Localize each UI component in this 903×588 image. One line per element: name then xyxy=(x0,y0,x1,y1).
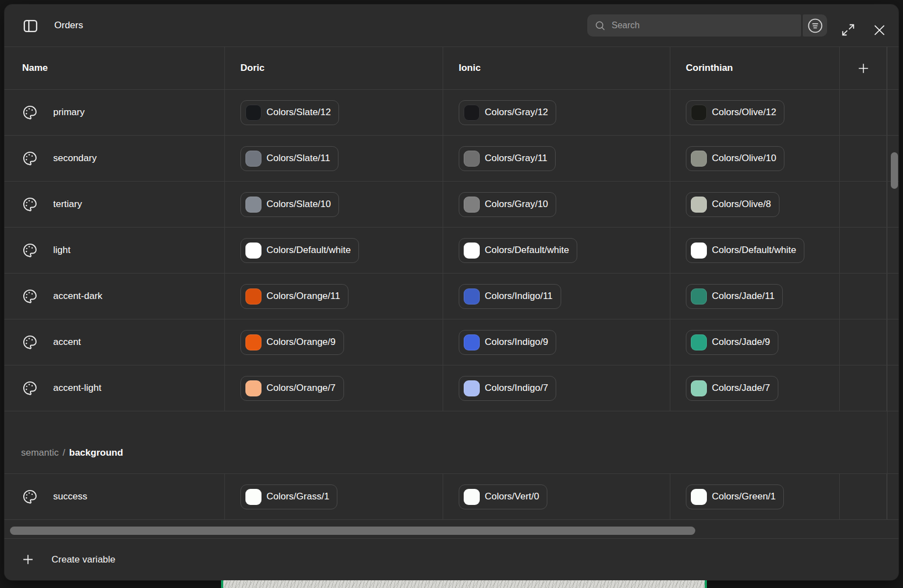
search-input[interactable] xyxy=(612,20,772,30)
table-row[interactable]: primary Colors/Slate/12 Colors/Gray/12 C… xyxy=(4,90,899,136)
variable-name: accent-dark xyxy=(53,291,102,302)
alias-label: Colors/Indigo/9 xyxy=(485,337,548,348)
section-prefix: semantic xyxy=(21,447,59,458)
variable-name: secondary xyxy=(53,153,96,164)
color-swatch xyxy=(464,380,480,396)
variable-name-cell[interactable]: primary xyxy=(4,90,225,135)
variable-alias-chip[interactable]: Colors/Default/white xyxy=(686,238,804,263)
filter-button[interactable] xyxy=(803,14,827,37)
variable-alias-chip[interactable]: Colors/Slate/10 xyxy=(240,192,339,217)
create-variable-button[interactable]: Create variable xyxy=(4,538,899,580)
table-row[interactable]: light Colors/Default/white Colors/Defaul… xyxy=(4,228,899,274)
variable-name: accent xyxy=(53,337,81,348)
column-header-ionic[interactable]: Ionic xyxy=(459,63,481,74)
variable-alias-chip[interactable]: Colors/Default/white xyxy=(240,238,359,263)
palette-icon xyxy=(22,197,38,212)
variable-name-cell[interactable]: secondary xyxy=(4,136,225,181)
value-cell-ionic[interactable]: Colors/Gray/10 xyxy=(443,182,670,227)
variable-name-cell[interactable]: accent-light xyxy=(4,365,225,411)
empty-add-column-cell xyxy=(840,365,887,411)
variable-alias-chip[interactable]: Colors/Vert/0 xyxy=(459,484,547,509)
variable-alias-chip[interactable]: Colors/Gray/12 xyxy=(459,100,556,125)
variable-alias-chip[interactable]: Colors/Jade/11 xyxy=(686,284,783,309)
variable-alias-chip[interactable]: Colors/Gray/11 xyxy=(459,146,556,171)
variable-alias-chip[interactable]: Colors/Orange/11 xyxy=(240,284,348,309)
value-cell-corinthian[interactable]: Colors/Jade/9 xyxy=(670,319,840,365)
table-row[interactable]: secondary Colors/Slate/11 Colors/Gray/11… xyxy=(4,136,899,182)
variable-alias-chip[interactable]: Colors/Olive/12 xyxy=(686,100,784,125)
value-cell-ionic[interactable]: Colors/Indigo/9 xyxy=(443,319,670,365)
value-cell-corinthian[interactable]: Colors/Jade/11 xyxy=(670,274,840,319)
color-swatch xyxy=(245,197,261,213)
variable-alias-chip[interactable]: Colors/Indigo/7 xyxy=(459,376,556,401)
palette-icon xyxy=(22,380,38,396)
value-cell-corinthian[interactable]: Colors/Jade/7 xyxy=(670,365,840,411)
value-cell-doric[interactable]: Colors/Slate/10 xyxy=(225,182,443,227)
horizontal-scrollbar[interactable] xyxy=(10,527,695,535)
table-row[interactable]: accent Colors/Orange/9 Colors/Indigo/9 C… xyxy=(4,319,899,365)
table-row[interactable]: accent-dark Colors/Orange/11 Colors/Indi… xyxy=(4,274,899,319)
table-row[interactable]: success Colors/Grass/1 Colors/Vert/0 Col… xyxy=(4,474,899,520)
variable-alias-chip[interactable]: Colors/Gray/10 xyxy=(459,192,556,217)
color-swatch xyxy=(245,243,261,259)
variable-alias-chip[interactable]: Colors/Green/1 xyxy=(686,484,784,509)
variable-alias-chip[interactable]: Colors/Orange/7 xyxy=(240,376,344,401)
value-cell-doric[interactable]: Colors/Default/white xyxy=(225,228,443,273)
variable-name-cell[interactable]: light xyxy=(4,228,225,273)
value-cell-doric[interactable]: Colors/Orange/11 xyxy=(225,274,443,319)
value-cell-ionic[interactable]: Colors/Default/white xyxy=(443,228,670,273)
close-button[interactable] xyxy=(871,22,887,38)
variable-name-cell[interactable]: tertiary xyxy=(4,182,225,227)
add-mode-button[interactable] xyxy=(854,59,873,78)
variable-alias-chip[interactable]: Colors/Olive/8 xyxy=(686,192,779,217)
empty-add-column-cell xyxy=(840,136,887,181)
palette-icon xyxy=(22,489,38,504)
palette-icon xyxy=(22,288,38,304)
vertical-scrollbar[interactable] xyxy=(891,152,898,189)
variable-alias-chip[interactable]: Colors/Olive/10 xyxy=(686,146,784,171)
value-cell-doric[interactable]: Colors/Orange/9 xyxy=(225,319,443,365)
variable-alias-chip[interactable]: Colors/Jade/9 xyxy=(686,330,778,355)
value-cell-doric[interactable]: Colors/Orange/7 xyxy=(225,365,443,411)
value-cell-corinthian[interactable]: Colors/Olive/8 xyxy=(670,182,840,227)
value-cell-ionic[interactable]: Colors/Gray/12 xyxy=(443,90,670,135)
column-header-corinthian[interactable]: Corinthian xyxy=(686,63,733,74)
sidebar-toggle-button[interactable] xyxy=(21,17,40,35)
table-row[interactable]: tertiary Colors/Slate/10 Colors/Gray/10 … xyxy=(4,182,899,228)
variable-alias-chip[interactable]: Colors/Orange/9 xyxy=(240,330,344,355)
expand-button[interactable] xyxy=(840,22,856,38)
value-cell-doric[interactable]: Colors/Slate/12 xyxy=(225,90,443,135)
search-box[interactable] xyxy=(587,14,801,37)
variable-alias-chip[interactable]: Colors/Indigo/9 xyxy=(459,330,556,355)
variable-name-cell[interactable]: accent-dark xyxy=(4,274,225,319)
value-cell-ionic[interactable]: Colors/Vert/0 xyxy=(443,474,670,519)
alias-label: Colors/Olive/12 xyxy=(712,107,776,118)
value-cell-ionic[interactable]: Colors/Gray/11 xyxy=(443,136,670,181)
variables-panel: Orders Name Doric Ionic xyxy=(4,4,899,580)
column-header-doric[interactable]: Doric xyxy=(240,63,264,74)
table-row[interactable]: accent-light Colors/Orange/7 Colors/Indi… xyxy=(4,365,899,411)
value-cell-doric[interactable]: Colors/Grass/1 xyxy=(225,474,443,519)
variable-alias-chip[interactable]: Colors/Slate/12 xyxy=(240,100,339,125)
variable-alias-chip[interactable]: Colors/Grass/1 xyxy=(240,484,337,509)
variable-alias-chip[interactable]: Colors/Jade/7 xyxy=(686,376,778,401)
palette-icon xyxy=(22,151,38,166)
palette-icon xyxy=(22,105,38,120)
value-cell-ionic[interactable]: Colors/Indigo/11 xyxy=(443,274,670,319)
variable-name-cell[interactable]: accent xyxy=(4,319,225,365)
value-cell-corinthian[interactable]: Colors/Green/1 xyxy=(670,474,840,519)
section-header[interactable]: semantic / background xyxy=(4,411,899,474)
alias-label: Colors/Jade/7 xyxy=(712,383,770,394)
variable-alias-chip[interactable]: Colors/Default/white xyxy=(459,238,577,263)
value-cell-corinthian[interactable]: Colors/Olive/12 xyxy=(670,90,840,135)
alias-label: Colors/Olive/8 xyxy=(712,199,771,210)
value-cell-doric[interactable]: Colors/Slate/11 xyxy=(225,136,443,181)
value-cell-ionic[interactable]: Colors/Indigo/7 xyxy=(443,365,670,411)
variable-name-cell[interactable]: success xyxy=(4,474,225,519)
variable-alias-chip[interactable]: Colors/Indigo/11 xyxy=(459,284,561,309)
value-cell-corinthian[interactable]: Colors/Olive/10 xyxy=(670,136,840,181)
column-header-name: Name xyxy=(22,63,48,74)
value-cell-corinthian[interactable]: Colors/Default/white xyxy=(670,228,840,273)
variable-alias-chip[interactable]: Colors/Slate/11 xyxy=(240,146,338,171)
empty-add-column-cell xyxy=(840,182,887,227)
